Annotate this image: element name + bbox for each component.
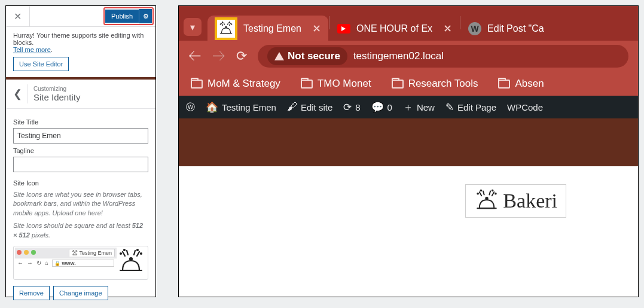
site-icon-image	[117, 248, 146, 278]
reload-button[interactable]: ⟳	[236, 48, 247, 64]
forward-button[interactable]: 🡢	[212, 48, 225, 64]
wp-logo-icon[interactable]: ⓦ	[186, 102, 195, 113]
traffic-light-yellow-icon	[24, 250, 29, 255]
bookmarks-bar: MoM & Strategy TMO Monet Research Tools …	[179, 72, 638, 96]
site-icon-preview: Testing Emen ← → ↻ ⌂ 🔒 www.	[13, 246, 148, 280]
customizer-body: Site Title Tagline Site Icon Site Icons …	[6, 109, 155, 306]
wp-customizer-panel: ✕ Publish ⚙ Hurray! Your theme supports …	[5, 5, 156, 297]
close-tab-icon[interactable]: ✕	[443, 22, 452, 35]
address-bar[interactable]: Not secure testingemen02.local	[258, 45, 628, 68]
bookmark-mom-strategy[interactable]: MoM & Strategy	[191, 78, 280, 90]
traffic-light-green-icon	[31, 250, 36, 255]
back-button[interactable]: ❮	[8, 84, 28, 103]
tagline-input[interactable]	[13, 157, 148, 172]
customizer-topbar: ✕ Publish ⚙	[6, 6, 155, 27]
header-band	[179, 118, 638, 166]
content-area: Bakeri	[179, 166, 638, 297]
folder-icon	[498, 80, 510, 89]
section-title: Site Identity	[33, 92, 80, 102]
folder-icon	[191, 80, 203, 89]
warning-icon	[274, 52, 284, 60]
section-header: ❮ Customizing Site Identity	[6, 80, 155, 109]
wp-admin-bar: ⓦ 🏠Testing Emen 🖌Edit site ⟳8 💬0 ＋New ✎E…	[179, 96, 638, 118]
tell-me-more-link[interactable]: Tell me more	[13, 46, 51, 53]
brush-icon: 🖌	[287, 101, 297, 113]
mock-tab: Testing Emen	[69, 249, 115, 257]
globe-icon: W	[468, 22, 481, 35]
plus-icon: ＋	[403, 100, 413, 114]
comment-icon: 💬	[371, 101, 384, 114]
edit-site-link[interactable]: 🖌Edit site	[287, 101, 332, 113]
updates-link[interactable]: ⟳8	[343, 101, 360, 114]
publish-button[interactable]: Publish	[105, 10, 139, 23]
site-title-input[interactable]	[13, 128, 148, 144]
mock-url-text: www.	[62, 260, 76, 266]
publish-settings-gear-icon[interactable]: ⚙	[139, 9, 152, 23]
tab-strip: ▾ Testing Emen ✕ ONE HOUR of Ex ✕ W Edit…	[179, 6, 638, 41]
site-name-link[interactable]: 🏠Testing Emen	[206, 101, 276, 114]
tab-label: ONE HOUR of Ex	[356, 23, 432, 34]
close-tab-icon[interactable]: ✕	[312, 22, 321, 35]
youtube-icon	[337, 24, 350, 33]
tab-testing-emen[interactable]: Testing Emen ✕	[207, 16, 328, 41]
close-customizer-button[interactable]: ✕	[6, 6, 30, 26]
tab-search-button[interactable]: ▾	[184, 18, 202, 36]
notice-text: Hurray! Your theme supports site editing…	[13, 32, 144, 46]
comments-link[interactable]: 💬0	[371, 101, 392, 114]
tab-youtube[interactable]: ONE HOUR of Ex ✕	[330, 16, 459, 41]
change-image-button[interactable]: Change image	[53, 286, 108, 300]
new-content-link[interactable]: ＋New	[403, 100, 435, 114]
bookmark-tmo-monet[interactable]: TMO Monet	[301, 78, 371, 90]
mock-browser: Testing Emen ← → ↻ ⌂ 🔒 www.	[15, 248, 117, 278]
site-icon-help-1: Site Icons are what you see in browser t…	[13, 190, 148, 218]
edit-page-link[interactable]: ✎Edit Page	[445, 101, 496, 114]
mock-favicon-icon	[72, 250, 78, 256]
site-icon-label: Site Icon	[13, 179, 148, 187]
tab-label: Testing Emen	[243, 23, 301, 34]
mock-fwd-icon: →	[27, 260, 33, 266]
logo-text: Bakeri	[503, 190, 557, 212]
publish-highlight: Publish ⚙	[103, 7, 154, 25]
pencil-icon: ✎	[445, 101, 454, 114]
bookmark-research-tools[interactable]: Research Tools	[392, 78, 478, 90]
customizing-label: Customizing	[33, 86, 80, 92]
speedometer-icon: 🏠	[206, 101, 218, 114]
fse-notice: Hurray! Your theme supports site editing…	[6, 27, 155, 80]
remove-icon-button[interactable]: Remove	[13, 286, 50, 300]
bell-logo-icon	[474, 188, 499, 214]
site-title-label: Site Title	[13, 118, 148, 126]
wpcode-link[interactable]: WPCode	[507, 102, 543, 112]
mock-back-icon: ←	[17, 260, 23, 266]
page-viewport: Bakeri	[179, 118, 638, 297]
tagline-label: Tagline	[13, 147, 148, 154]
mock-reload-icon: ↻	[36, 260, 41, 266]
back-button[interactable]: 🡠	[188, 48, 202, 64]
site-logo: Bakeri	[465, 184, 566, 218]
favicon-highlight	[215, 17, 237, 40]
tab-separator	[329, 16, 329, 29]
browser-window: ▾ Testing Emen ✕ ONE HOUR of Ex ✕ W Edit…	[178, 5, 639, 297]
update-icon: ⟳	[343, 101, 352, 114]
bookmark-absen[interactable]: Absen	[498, 78, 544, 90]
url-text: testingemen02.local	[353, 50, 444, 62]
not-secure-label: Not secure	[288, 50, 340, 62]
tab-separator	[460, 16, 460, 29]
tab-label: Edit Post "Ca	[487, 23, 544, 34]
security-chip[interactable]: Not secure	[267, 47, 347, 65]
bell-favicon-icon	[218, 21, 234, 36]
traffic-light-red-icon	[17, 250, 22, 255]
mock-home-icon: ⌂	[45, 260, 48, 266]
browser-toolbar: 🡠 🡢 ⟳ Not secure testingemen02.local	[179, 41, 638, 72]
folder-icon	[301, 80, 313, 89]
site-icon-help-2: Site Icons should be square and at least…	[13, 221, 148, 240]
use-site-editor-button[interactable]: Use Site Editor	[13, 57, 69, 71]
folder-icon	[392, 80, 404, 89]
tab-edit-post[interactable]: W Edit Post "Ca	[461, 16, 551, 41]
